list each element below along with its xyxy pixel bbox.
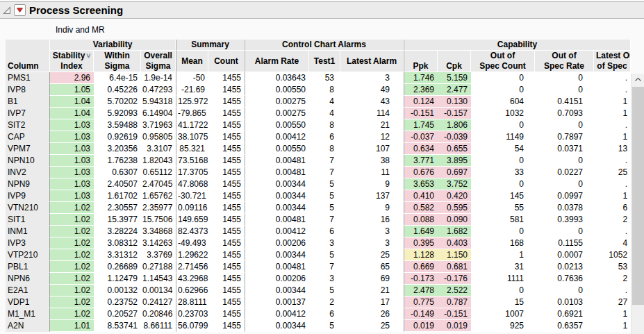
row-label[interactable]: A2N: [6, 320, 50, 332]
cell-within: 3.08312: [94, 237, 141, 249]
cell-cpk: 1.806: [438, 119, 471, 131]
cell-test1: 3: [309, 237, 340, 249]
cell-overall: 2.35977: [141, 202, 176, 214]
table-header: Column Variability Summary Control Chart…: [6, 40, 631, 72]
cell-alarm-rate: 0.03643: [245, 72, 309, 84]
cell-ppk: 0.775: [404, 297, 438, 308]
cell-stability: 1.02: [50, 202, 94, 214]
row-label[interactable]: PBL1: [6, 261, 50, 273]
cell-ppk: 0.582: [404, 202, 438, 214]
cell-count: 1455: [208, 320, 245, 332]
cell-oos-rate: 0.0371: [535, 143, 594, 155]
column-header-ppk[interactable]: Ppk: [404, 51, 438, 72]
row-label[interactable]: VTP210: [6, 249, 50, 261]
row-label[interactable]: IVP3: [6, 237, 50, 249]
row-label[interactable]: NPN10: [6, 155, 50, 167]
cell-ppk: -0.151: [404, 108, 438, 119]
vertical-scrollbar[interactable]: [631, 74, 644, 334]
disclosure-triangle-icon[interactable]: [3, 6, 11, 15]
row-label[interactable]: B1: [6, 96, 50, 108]
row-label[interactable]: NPN6: [6, 273, 50, 285]
cell-count: 1455: [208, 273, 245, 285]
column-header-alarm-rate[interactable]: Alarm Rate: [245, 51, 309, 72]
cell-cpk: 1.682: [438, 226, 471, 237]
cell-alarm-rate: 0.00344: [245, 202, 309, 214]
cell-oos-count: 31: [471, 261, 535, 273]
cell-count: 1455: [208, 297, 245, 308]
cell-overall: 0.27188: [141, 261, 176, 273]
column-header-mean[interactable]: Mean: [176, 51, 208, 72]
cell-test1: 7: [309, 155, 340, 167]
cell-within: 0.45226: [94, 84, 141, 96]
column-header-column[interactable]: Column: [6, 40, 50, 72]
row-label[interactable]: CAP: [6, 131, 50, 143]
table-row: A2N1.018.537418.6611156.079914550.003445…: [6, 320, 631, 332]
row-label[interactable]: VDP1: [6, 297, 50, 308]
cell-cpk: 0.787: [438, 297, 471, 308]
column-header-stability-index[interactable]: Stability˅ Index: [50, 51, 94, 72]
red-triangle-menu-button[interactable]: [14, 4, 26, 16]
cell-stability: 1.02: [50, 297, 94, 308]
scrollbar-thumb[interactable]: [632, 87, 644, 305]
cell-mean: 43.2968: [176, 273, 208, 285]
column-header-count[interactable]: Count: [208, 51, 245, 72]
table-row: NPN91.032.405072.4704547.806814550.00344…: [6, 178, 631, 190]
cell-latest-alarm: 25: [340, 320, 404, 332]
cell-cpk: 0.130: [438, 96, 471, 108]
table-row: VPM71.033.203563.310785.32114550.0055081…: [6, 143, 631, 155]
row-label[interactable]: E2A1: [6, 285, 50, 297]
cell-count: 1455: [208, 214, 245, 226]
row-label[interactable]: VTN210: [6, 202, 50, 214]
cell-alarm-rate: 0.00550: [245, 143, 309, 155]
cell-latest-oos: 1: [594, 190, 631, 202]
cell-oos-rate: 0.7093: [535, 108, 594, 119]
column-header-out-of-spec-count[interactable]: Out of Spec Count: [471, 51, 535, 72]
row-label[interactable]: INV2: [6, 167, 50, 178]
scroll-up-button[interactable]: [631, 74, 644, 85]
cell-oos-rate: 0.6921: [535, 308, 594, 320]
column-header-within-sigma[interactable]: Within Sigma: [94, 51, 141, 72]
column-header-cpk[interactable]: Cpk: [438, 51, 471, 72]
row-label[interactable]: M1_M1: [6, 308, 50, 320]
column-header-out-of-spec-rate[interactable]: Out of Spec Rate: [535, 51, 594, 72]
column-header-test1[interactable]: Test1: [309, 51, 340, 72]
cell-mean: 125.972: [176, 96, 208, 108]
cell-within: 6.4e-15: [94, 72, 141, 84]
cell-alarm-rate: 0.00206: [245, 237, 309, 249]
cell-alarm-rate: 0.00481: [245, 261, 309, 273]
table-row: VTN2101.022.305572.359770.0911614550.003…: [6, 202, 631, 214]
row-label[interactable]: VPM7: [6, 143, 50, 155]
cell-stability: 1.02: [50, 214, 94, 226]
column-header-latest-alarm[interactable]: Latest Alarm: [340, 51, 404, 72]
cell-oos-rate: 0.4151: [535, 96, 594, 108]
row-label[interactable]: NPN9: [6, 178, 50, 190]
cell-overall: 3.34868: [141, 226, 176, 237]
cell-oos-count: 1: [471, 249, 535, 261]
cell-ppk: 0.669: [404, 261, 438, 273]
cell-mean: 47.8068: [176, 178, 208, 190]
column-header-latest-out-of-spec[interactable]: Latest Out of Spec: [594, 51, 631, 72]
row-label[interactable]: IVP9: [6, 190, 50, 202]
cell-latest-oos: .: [594, 119, 631, 131]
row-label[interactable]: SIT1: [6, 214, 50, 226]
cell-oos-count: 0: [471, 178, 535, 190]
row-label[interactable]: PMS1: [6, 72, 50, 84]
column-header-overall-sigma[interactable]: Overall Sigma: [141, 51, 176, 72]
cell-mean: 82.4373: [176, 226, 208, 237]
cell-mean: -79.865: [176, 108, 208, 119]
table-row: B11.045.702025.94318125.97214550.0027544…: [6, 96, 631, 108]
cell-oos-count: 0: [471, 84, 535, 96]
row-label[interactable]: IVP8: [6, 84, 50, 96]
cell-mean: 17.3705: [176, 167, 208, 178]
cell-overall: 3.3769: [141, 249, 176, 261]
cell-mean: 0.23703: [176, 308, 208, 320]
cell-test1: 4: [309, 108, 340, 119]
table-row: M1_M11.020.205270.208460.2370314550.0041…: [6, 308, 631, 320]
row-label[interactable]: IVP7: [6, 108, 50, 119]
cell-overall: 5.94318: [141, 96, 176, 108]
cell-stability: 1.04: [50, 108, 94, 119]
cell-ppk: 0.634: [404, 143, 438, 155]
cell-latest-oos: 13: [594, 143, 631, 155]
row-label[interactable]: INM1: [6, 226, 50, 237]
row-label[interactable]: SIT2: [6, 119, 50, 131]
